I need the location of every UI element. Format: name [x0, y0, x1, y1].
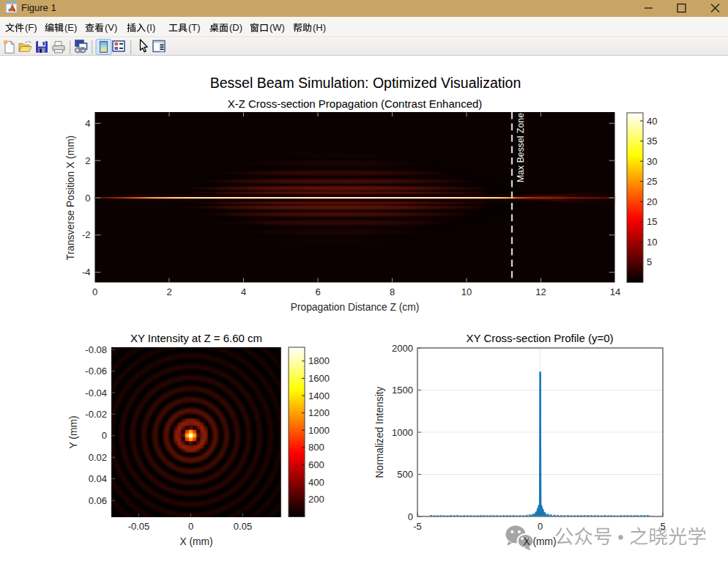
svg-text:1000: 1000 [392, 427, 413, 438]
svg-text:-0.08: -0.08 [85, 344, 107, 355]
svg-text:Bessel Beam Simulation: Optimi: Bessel Beam Simulation: Optimized Visual… [210, 75, 521, 91]
svg-text:0.05: 0.05 [234, 521, 252, 532]
svg-text:0.02: 0.02 [89, 452, 107, 463]
svg-text:600: 600 [308, 459, 324, 470]
svg-text:30: 30 [647, 156, 657, 167]
svg-text:0: 0 [538, 521, 543, 532]
svg-text:(H): (H) [313, 22, 326, 33]
svg-text:X (mm): X (mm) [523, 536, 556, 547]
svg-text:(E): (E) [64, 22, 77, 33]
svg-text:(W): (W) [270, 22, 285, 33]
svg-text:500: 500 [397, 469, 413, 480]
svg-text:(D): (D) [229, 22, 242, 33]
svg-text:0: 0 [85, 193, 90, 204]
svg-text:Transverse Position X (mm): Transverse Position X (mm) [65, 136, 76, 260]
svg-text:(I): (I) [146, 22, 155, 33]
svg-text:-0.04: -0.04 [85, 388, 107, 399]
svg-text:6: 6 [315, 286, 320, 297]
svg-text:14: 14 [610, 286, 620, 297]
svg-text:(F): (F) [25, 22, 37, 33]
svg-text:20: 20 [647, 196, 657, 207]
svg-text:1500: 1500 [392, 385, 413, 396]
svg-text:X (mm): X (mm) [179, 536, 212, 547]
svg-text:Normalized Intensity: Normalized Intensity [374, 386, 385, 478]
svg-text:25: 25 [647, 176, 657, 187]
svg-text:2000: 2000 [392, 343, 413, 354]
svg-text:5: 5 [660, 521, 665, 532]
svg-text:0.06: 0.06 [89, 495, 107, 506]
svg-text:0: 0 [188, 521, 193, 532]
svg-text:1400: 1400 [308, 390, 330, 401]
svg-text:XY Intensity at Z = 6.60 cm: XY Intensity at Z = 6.60 cm [130, 332, 262, 344]
svg-text:0.04: 0.04 [89, 473, 107, 484]
svg-text:2: 2 [166, 286, 171, 297]
svg-text:4: 4 [85, 118, 90, 129]
svg-text:400: 400 [308, 477, 324, 488]
svg-text:1800: 1800 [308, 355, 330, 366]
svg-text:-2: -2 [82, 229, 91, 240]
svg-text:-0.05: -0.05 [128, 521, 150, 532]
svg-text:35: 35 [647, 136, 657, 147]
svg-text:X-Z Cross-section Propagation: X-Z Cross-section Propagation (Contrast … [228, 97, 483, 110]
svg-text:Max Bessel Zone: Max Bessel Zone [516, 113, 526, 182]
svg-text:-5: -5 [413, 521, 422, 532]
svg-text:4: 4 [241, 286, 246, 297]
svg-text:Propagation Distance Z (cm): Propagation Distance Z (cm) [291, 302, 420, 313]
svg-text:1200: 1200 [308, 407, 330, 418]
svg-text:Y (mm): Y (mm) [68, 416, 79, 449]
svg-text:-0.02: -0.02 [85, 409, 107, 420]
svg-text:0: 0 [92, 286, 97, 297]
svg-text:10: 10 [461, 286, 472, 297]
svg-text:XY Cross-section Profile (y=0): XY Cross-section Profile (y=0) [466, 332, 613, 344]
svg-text:-4: -4 [82, 267, 91, 278]
svg-text:800: 800 [308, 442, 324, 453]
svg-text:(V): (V) [105, 22, 117, 33]
svg-text:-0.06: -0.06 [85, 366, 107, 377]
svg-text:2: 2 [85, 155, 90, 166]
svg-text:12: 12 [535, 286, 546, 297]
svg-text:200: 200 [308, 494, 324, 505]
svg-text:5: 5 [647, 256, 652, 267]
svg-text:0: 0 [408, 511, 413, 522]
svg-text:8: 8 [390, 286, 395, 297]
svg-text:(T): (T) [188, 22, 201, 33]
svg-text:40: 40 [647, 116, 657, 127]
svg-text:1000: 1000 [308, 425, 330, 436]
svg-text:1600: 1600 [308, 373, 330, 384]
svg-text:15: 15 [647, 216, 657, 227]
svg-text:0: 0 [102, 430, 107, 441]
svg-text:10: 10 [647, 237, 657, 248]
